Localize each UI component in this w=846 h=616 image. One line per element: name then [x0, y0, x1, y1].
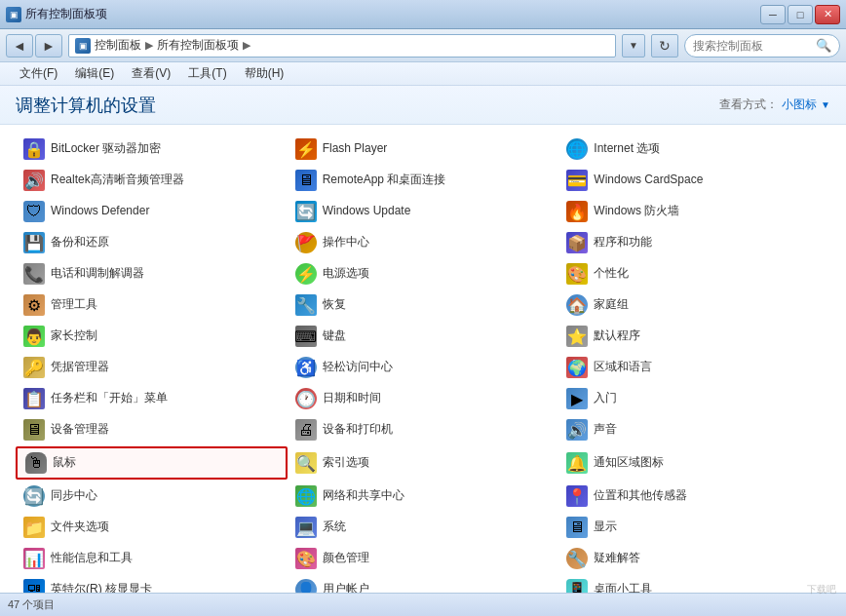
- control-item[interactable]: 🕐日期和时间: [288, 384, 559, 413]
- item-label: 同步中心: [51, 488, 97, 504]
- menu-view[interactable]: 查看(V): [124, 63, 178, 84]
- control-item[interactable]: ⚡电源选项: [288, 259, 559, 289]
- window-icon: ▣: [6, 7, 21, 22]
- menu-tools[interactable]: 工具(T): [180, 63, 234, 84]
- control-item[interactable]: 🎨个性化: [558, 259, 830, 289]
- item-icon: 👨: [23, 326, 45, 347]
- control-item[interactable]: ▶入门: [558, 384, 830, 413]
- control-item[interactable]: 💾备份和还原: [16, 228, 288, 257]
- minimize-button[interactable]: ─: [760, 5, 786, 24]
- item-label: 用户帐户: [323, 582, 369, 593]
- control-item[interactable]: 🖥RemoteApp 和桌面连接: [288, 166, 559, 195]
- item-icon: 💻: [295, 517, 317, 538]
- item-label: 疑难解答: [594, 551, 640, 566]
- item-icon: 👤: [295, 579, 317, 593]
- item-label: 设备管理器: [51, 422, 109, 438]
- menu-help[interactable]: 帮助(H): [237, 63, 292, 84]
- control-item[interactable]: 📞电话和调制解调器: [16, 259, 288, 289]
- item-icon: 🖥: [23, 419, 45, 441]
- item-label: 文件夹选项: [51, 520, 109, 535]
- item-icon: 🔔: [566, 452, 588, 474]
- item-icon: 💾: [23, 232, 45, 253]
- item-icon: ⚙: [23, 294, 45, 316]
- menu-edit[interactable]: 编辑(E): [67, 63, 122, 84]
- control-item[interactable]: 🖨设备和打印机: [288, 415, 559, 444]
- forward-button[interactable]: ►: [35, 34, 62, 58]
- close-button[interactable]: ✕: [815, 5, 840, 24]
- view-dropdown-icon[interactable]: ▼: [821, 99, 830, 110]
- control-item[interactable]: 🌍区域和语言: [558, 353, 830, 382]
- control-item[interactable]: 🖳英特尔(R) 核显显卡: [16, 575, 288, 593]
- item-icon: 🔧: [295, 294, 317, 316]
- item-label: 鼠标: [53, 455, 76, 471]
- path-separator-1: ▶: [145, 39, 153, 52]
- control-item[interactable]: 🛡Windows Defender: [16, 197, 288, 226]
- control-item[interactable]: ⚙管理工具: [16, 290, 288, 320]
- item-label: 家庭组: [594, 297, 629, 313]
- item-label: Windows Defender: [51, 204, 149, 219]
- control-item[interactable]: 📍位置和其他传感器: [558, 481, 830, 511]
- menu-bar: 文件(F) 编辑(E) 查看(V) 工具(T) 帮助(H): [0, 62, 846, 86]
- control-item[interactable]: 📱桌面小工具: [558, 575, 830, 593]
- control-item[interactable]: 🔧疑难解答: [558, 544, 830, 573]
- item-icon: ⌨: [295, 326, 317, 347]
- control-item[interactable]: 📁文件夹选项: [16, 513, 288, 542]
- item-label: 程序和功能: [594, 235, 652, 250]
- control-item[interactable]: 🖥设备管理器: [16, 415, 288, 444]
- control-item[interactable]: 🌐网络和共享中心: [288, 481, 559, 511]
- control-item[interactable]: 🔧恢复: [288, 290, 559, 320]
- back-button[interactable]: ◄: [6, 34, 33, 58]
- item-icon: 📊: [23, 548, 45, 569]
- item-label: 声音: [594, 422, 617, 438]
- control-item[interactable]: 💻系统: [288, 513, 559, 542]
- control-item[interactable]: 📊性能信息和工具: [16, 544, 288, 573]
- maximize-button[interactable]: □: [788, 5, 813, 24]
- control-item[interactable]: 🏠家庭组: [558, 290, 830, 320]
- view-current[interactable]: 小图标: [782, 96, 817, 113]
- item-icon: 🚩: [295, 232, 317, 253]
- control-item[interactable]: 👤用户帐户: [288, 575, 559, 593]
- control-item[interactable]: 🎨颜色管理: [288, 544, 559, 573]
- control-item[interactable]: 💳Windows CardSpace: [558, 166, 830, 195]
- control-item[interactable]: 📦程序和功能: [558, 228, 830, 257]
- item-icon: 📱: [566, 579, 588, 593]
- title-bar: ▣ 所有控制面板项 ─ □ ✕: [0, 0, 846, 29]
- item-icon: 🌐: [566, 138, 588, 160]
- item-icon: 📍: [566, 485, 588, 507]
- item-icon: 📁: [23, 517, 45, 538]
- address-path[interactable]: ▣ 控制面板 ▶ 所有控制面板项 ▶: [68, 34, 616, 58]
- title-bar-buttons: ─ □ ✕: [760, 5, 840, 24]
- control-item[interactable]: 👨家长控制: [16, 322, 288, 351]
- search-box[interactable]: 🔍: [684, 34, 840, 58]
- control-item[interactable]: 🔍索引选项: [288, 446, 559, 480]
- item-icon: 🕐: [295, 388, 317, 409]
- control-item[interactable]: ⚡Flash Player: [288, 135, 559, 164]
- control-item[interactable]: ♿轻松访问中心: [288, 353, 559, 382]
- control-item[interactable]: 🌐Internet 选项: [558, 135, 830, 164]
- control-item[interactable]: 🖱鼠标: [16, 446, 288, 480]
- item-icon: 🔧: [566, 548, 588, 569]
- search-input[interactable]: [693, 39, 812, 53]
- item-label: 桌面小工具: [594, 582, 652, 593]
- search-icon[interactable]: 🔍: [816, 38, 831, 53]
- control-item[interactable]: 🔊声音: [558, 415, 830, 444]
- refresh-button[interactable]: ↻: [651, 34, 678, 58]
- control-item[interactable]: 🔥Windows 防火墙: [558, 197, 830, 226]
- control-item[interactable]: 🚩操作中心: [288, 228, 559, 257]
- control-item[interactable]: 📋任务栏和「开始」菜单: [16, 384, 288, 413]
- control-item[interactable]: ⭐默认程序: [558, 322, 830, 351]
- item-label: 索引选项: [323, 455, 369, 471]
- control-item[interactable]: 🔔通知区域图标: [558, 446, 830, 480]
- control-item[interactable]: ⌨键盘: [288, 322, 559, 351]
- control-item[interactable]: 🔊Realtek高清晰音频管理器: [16, 166, 288, 195]
- control-item[interactable]: 🔄Windows Update: [288, 197, 559, 226]
- address-dropdown[interactable]: ▼: [622, 34, 645, 58]
- control-item[interactable]: 🖥显示: [558, 513, 830, 542]
- control-item[interactable]: 🔑凭据管理器: [16, 353, 288, 382]
- control-item[interactable]: 🔄同步中心: [16, 481, 288, 511]
- item-label: 任务栏和「开始」菜单: [51, 391, 168, 406]
- menu-file[interactable]: 文件(F): [12, 63, 65, 84]
- control-item[interactable]: 🔒BitLocker 驱动器加密: [16, 135, 288, 164]
- item-label: 入门: [594, 391, 617, 406]
- watermark: 下载吧: [807, 583, 836, 597]
